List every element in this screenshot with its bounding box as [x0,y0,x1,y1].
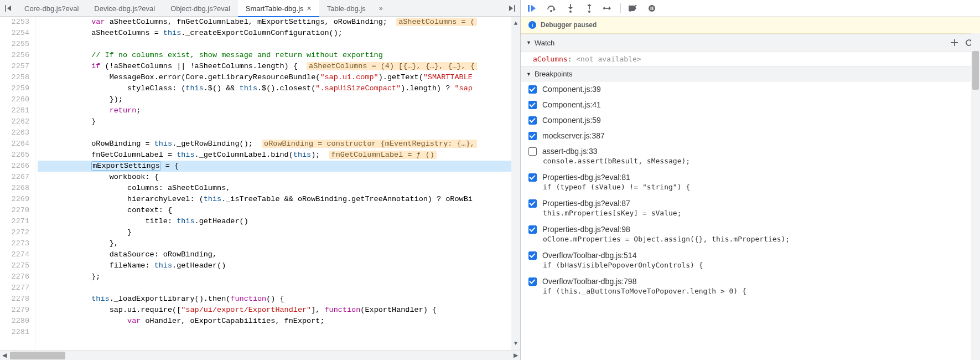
breakpoint-item[interactable]: OverflowToolbar-dbg.js:514if (bHasVisibl… [521,248,980,274]
debugger-status-text: Debugger paused [541,21,597,29]
watch-section-header[interactable]: ▼ Watch [521,34,980,52]
editor-vertical-scrollbar[interactable]: ▲ ▼ [511,17,520,350]
source-tab[interactable]: SmartTable-dbg.js× [238,0,319,17]
add-watch-button[interactable] [949,37,960,48]
step-button[interactable] [602,2,615,15]
breakpoint-item[interactable]: mockserver.js:387 [521,128,980,143]
tab-label: Table-dbg.js [327,4,366,13]
breakpoint-checkbox[interactable] [528,199,537,208]
breakpoint-source-line: oClone.mProperties = Object.assign({}, t… [528,234,972,244]
source-tab[interactable]: Table-dbg.js [319,0,374,17]
breakpoint-checkbox[interactable] [528,251,537,260]
breakpoint-label: OverflowToolbar-dbg.js:798 [542,277,636,286]
breakpoint-label: Component.js:59 [542,116,601,125]
svg-rect-10 [652,7,654,10]
breakpoint-source-line: if (this._aButtonsToMoveToPopover.length… [528,286,972,296]
collapse-icon: ▼ [526,71,531,77]
breakpoint-item[interactable]: Component.js:59 [521,112,980,128]
breakpoints-section-title: Breakpoints [535,70,573,78]
debugger-status-banner: i Debugger paused [521,17,980,34]
breakpoint-checkbox[interactable] [528,85,537,94]
breakpoint-label: Component.js:39 [542,85,601,94]
svg-point-4 [569,11,572,13]
source-tab[interactable]: Core-dbg.js?eval [17,0,86,17]
svg-point-8 [649,5,655,12]
svg-rect-1 [514,5,515,12]
tab-prev-button[interactable] [0,0,17,16]
watch-section-title: Watch [535,39,554,47]
breakpoint-label: assert-dbg.js:33 [542,147,598,156]
info-icon: i [528,21,536,29]
breakpoint-item[interactable]: Properties-dbg.js?eval:98oClone.mPropert… [521,222,980,248]
sidebar-vertical-scrollbar[interactable] [971,33,980,360]
svg-point-3 [550,10,552,12]
svg-rect-0 [5,5,6,12]
tab-overflow-button[interactable]: » [374,0,388,16]
breakpoint-checkbox[interactable] [528,132,537,140]
editor-horizontal-scrollbar[interactable]: ◀ ▶ [0,350,520,360]
svg-rect-2 [528,5,530,12]
tab-label: Device-dbg.js?eval [94,4,155,13]
svg-rect-9 [651,7,652,10]
tab-next-button[interactable] [504,0,520,16]
breakpoint-item[interactable]: Component.js:39 [521,81,980,97]
source-tab[interactable]: Object-dbg.js?eval [163,0,238,17]
svg-point-5 [588,11,590,13]
pause-exceptions-button[interactable] [645,2,658,15]
breakpoint-source-line: if (bHasVisiblePopoverOnlyControls) { [528,260,972,270]
breakpoint-label: Component.js:41 [542,100,601,109]
breakpoint-item[interactable]: OverflowToolbar-dbg.js:798if (this._aBut… [521,274,980,300]
watch-expression[interactable]: aColumns: <not available> [521,52,980,66]
tab-label: Object-dbg.js?eval [170,4,230,13]
breakpoint-checkbox[interactable] [528,225,537,234]
breakpoint-label: Properties-dbg.js?eval:81 [542,173,630,182]
tab-label: SmartTable-dbg.js [246,4,304,13]
step-into-button[interactable] [564,2,577,15]
debugger-toolbar [521,0,980,17]
tab-label: Core-dbg.js?eval [24,4,79,13]
close-tab-icon[interactable]: × [307,4,312,12]
breakpoint-checkbox[interactable] [528,116,537,125]
breakpoint-checkbox[interactable] [528,173,537,182]
breakpoint-checkbox[interactable] [528,101,537,109]
svg-point-6 [603,7,605,9]
step-over-button[interactable] [545,2,558,15]
collapse-icon: ▼ [526,40,531,45]
breakpoint-label: Properties-dbg.js?eval:87 [542,199,630,208]
breakpoint-source-line: console.assert(bResult, sMessage); [528,156,972,166]
breakpoint-item[interactable]: Properties-dbg.js?eval:87this.mPropertie… [521,196,980,222]
breakpoint-label: OverflowToolbar-dbg.js:514 [542,251,636,260]
breakpoint-item[interactable]: Properties-dbg.js?eval:81if (typeof (sVa… [521,169,980,196]
breakpoint-label: mockserver.js:387 [542,131,605,140]
source-tab[interactable]: Device-dbg.js?eval [86,0,163,17]
code-editor[interactable]: 2253225422552256225722582259226022612262… [0,17,520,350]
step-out-button[interactable] [583,2,596,15]
deactivate-breakpoints-button[interactable] [626,2,640,15]
breakpoint-item[interactable]: assert-dbg.js:33console.assert(bResult, … [521,143,980,169]
breakpoint-source-line: this.mProperties[sKey] = sValue; [528,208,972,218]
breakpoint-checkbox[interactable] [528,277,537,286]
resume-button[interactable] [526,2,540,15]
breakpoint-source-line: if (typeof (sValue) != "string") { [528,182,972,192]
breakpoint-label: Properties-dbg.js?eval:98 [542,225,630,234]
breakpoints-section-header[interactable]: ▼ Breakpoints [521,66,980,81]
breakpoint-item[interactable]: Component.js:41 [521,97,980,112]
breakpoint-checkbox[interactable] [528,147,537,156]
source-tabbar: Core-dbg.js?evalDevice-dbg.js?evalObject… [0,0,520,17]
